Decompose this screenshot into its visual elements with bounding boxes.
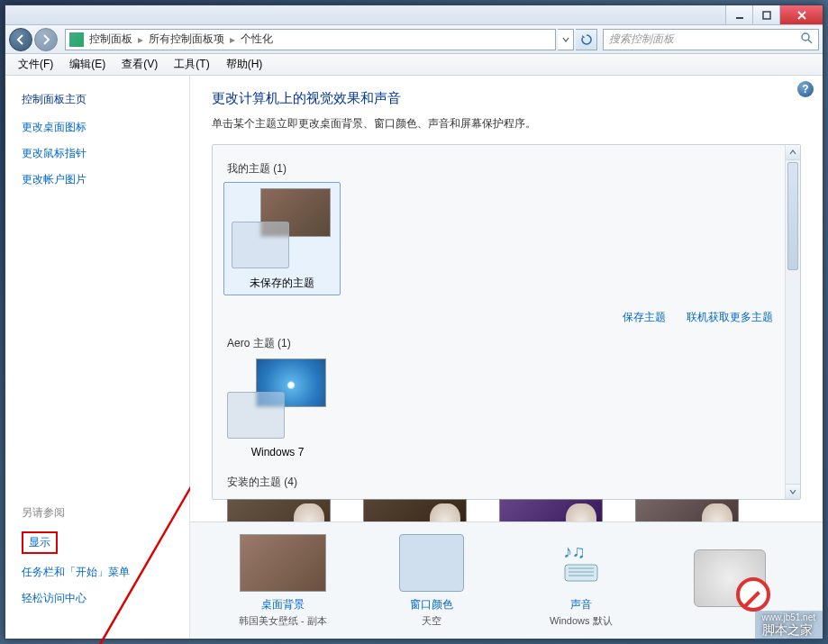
theme-label: 未保存的主题 [228,276,336,291]
link-save-theme[interactable]: 保存主题 [623,311,666,323]
theme-item-installed-4[interactable] [635,499,739,522]
theme-item-windows7[interactable]: Windows 7 [223,357,332,458]
titlebar [5,5,823,25]
sidebar-link-desktop-icons[interactable]: 更改桌面图标 [22,120,173,135]
sidebar-link-display[interactable]: 显示 [22,531,173,554]
installed-themes-row [223,495,789,522]
sidebar-heading[interactable]: 控制面板主页 [22,92,173,107]
window-color-icon [399,534,464,592]
section-my-themes: 我的主题 (1) [227,161,789,177]
search-input[interactable]: 搜索控制面板 [603,29,819,50]
theme-item-installed-2[interactable] [363,499,467,522]
address-dropdown[interactable] [558,29,574,50]
svg-text:♪♫: ♪♫ [563,541,586,561]
sidebar-link-taskbar[interactable]: 任务栏和「开始」菜单 [22,565,173,580]
theme-item-unsaved[interactable]: 未保存的主题 [223,182,341,295]
svg-rect-6 [565,565,597,581]
menu-edit[interactable]: 编辑(E) [62,55,113,74]
page-subtitle: 单击某个主题立即更改桌面背景、窗口颜色、声音和屏幕保护程序。 [212,116,801,132]
themes-pane: 我的主题 (1) 未保存的主题 保存主题 联机获取更多主题 Aero 主题 (1… [212,144,801,500]
search-placeholder: 搜索控制面板 [609,32,674,47]
menu-view[interactable]: 查看(V) [114,55,165,74]
menu-bar: 文件(F) 编辑(E) 查看(V) 工具(T) 帮助(H) [5,54,823,76]
explorer-window: 控制面板 ▸ 所有控制面板项 ▸ 个性化 搜索控制面板 文件(F) 编辑(E) … [5,5,823,639]
content-area: 控制面板主页 更改桌面图标 更改鼠标指针 更改帐户图片 另请参阅 显示 任务栏和… [5,76,823,639]
back-button[interactable] [9,28,32,51]
theme-item-installed-3[interactable] [499,499,603,522]
scroll-up-button[interactable] [786,145,800,160]
svg-rect-0 [736,17,743,19]
svg-point-2 [802,33,809,41]
maximize-button[interactable] [752,5,779,24]
page-title: 更改计算机上的视觉效果和声音 [212,90,801,107]
sidebar-link-account-picture[interactable]: 更改帐户图片 [22,172,173,187]
setting-desktop-background[interactable]: 桌面背景 韩国美女壁纸 - 副本 [211,534,355,628]
main-panel: ? 更改计算机上的视觉效果和声音 单击某个主题立即更改桌面背景、窗口颜色、声音和… [190,76,823,639]
sidebar-link-ease-access[interactable]: 轻松访问中心 [22,591,173,606]
chevron-right-icon[interactable]: ▸ [230,33,235,46]
see-also-label: 另请参阅 [22,505,173,521]
search-icon[interactable] [800,32,813,47]
close-button[interactable] [779,5,823,24]
sound-icon: ♪♫ [538,534,624,592]
sidebar: 控制面板主页 更改桌面图标 更改鼠标指针 更改帐户图片 另请参阅 显示 任务栏和… [5,76,190,639]
breadcrumb-1[interactable]: 控制面板 [89,32,132,47]
watermark: www.jb51.net 脚本之家 [755,611,823,640]
menu-file[interactable]: 文件(F) [11,55,60,74]
scroll-thumb[interactable] [787,162,798,270]
nav-bar: 控制面板 ▸ 所有控制面板项 ▸ 个性化 搜索控制面板 [5,25,823,54]
theme-label: Windows 7 [223,446,332,458]
control-panel-icon [69,32,84,47]
bottom-settings-bar: 桌面背景 韩国美女壁纸 - 副本 窗口颜色 天空 ♪♫ 声音 Windows 默… [190,522,823,639]
theme-item-installed-1[interactable] [227,499,331,522]
chevron-right-icon[interactable]: ▸ [138,33,143,46]
scrollbar[interactable] [785,145,800,499]
screensaver-icon [694,549,766,607]
sidebar-link-mouse-pointer[interactable]: 更改鼠标指针 [22,146,173,161]
minimize-button[interactable] [725,5,752,24]
svg-rect-1 [763,12,770,19]
setting-screensaver[interactable] [658,549,802,612]
section-installed-themes: 安装的主题 (4) [227,475,789,490]
menu-help[interactable]: 帮助(H) [219,55,270,74]
theme-actions: 保存主题 联机获取更多主题 [223,303,789,329]
link-get-more-themes[interactable]: 联机获取更多主题 [687,311,773,323]
breadcrumb-3[interactable]: 个性化 [241,32,273,47]
breadcrumb-2[interactable]: 所有控制面板项 [149,32,224,47]
scroll-down-button[interactable] [786,484,800,499]
setting-window-color[interactable]: 窗口颜色 天空 [359,534,504,628]
menu-tools[interactable]: 工具(T) [167,55,216,74]
refresh-button[interactable] [576,29,597,50]
section-aero-themes: Aero 主题 (1) [227,336,789,351]
desktop-background-icon [240,534,326,592]
setting-sound[interactable]: ♪♫ 声音 Windows 默认 [509,534,653,628]
address-bar[interactable]: 控制面板 ▸ 所有控制面板项 ▸ 个性化 [65,29,556,50]
forward-button[interactable] [34,28,58,51]
